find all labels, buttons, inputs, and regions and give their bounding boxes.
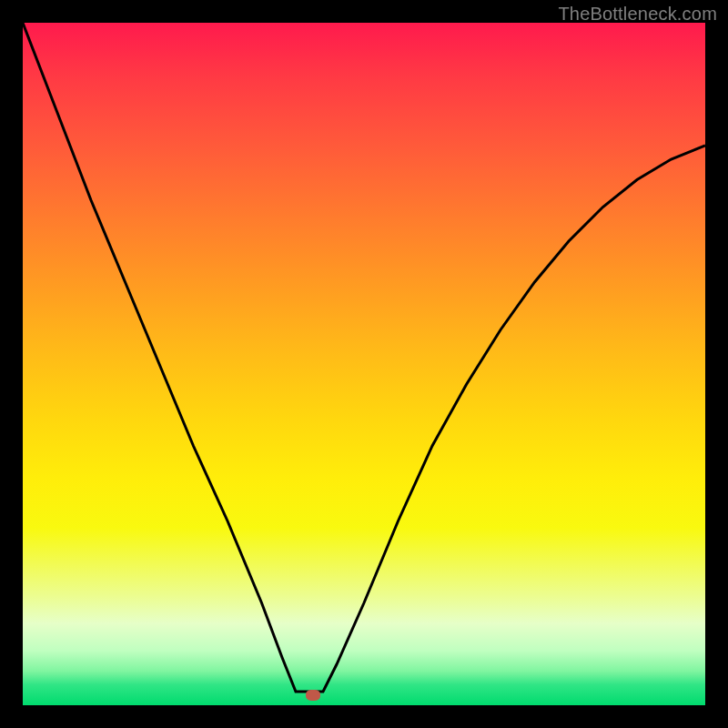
watermark-text: TheBottleneck.com	[558, 4, 717, 25]
chart-frame: TheBottleneck.com	[0, 0, 728, 728]
plot-area	[23, 23, 705, 705]
optimum-marker	[306, 690, 320, 701]
curve-svg	[23, 23, 705, 705]
bottleneck-curve	[23, 23, 705, 692]
